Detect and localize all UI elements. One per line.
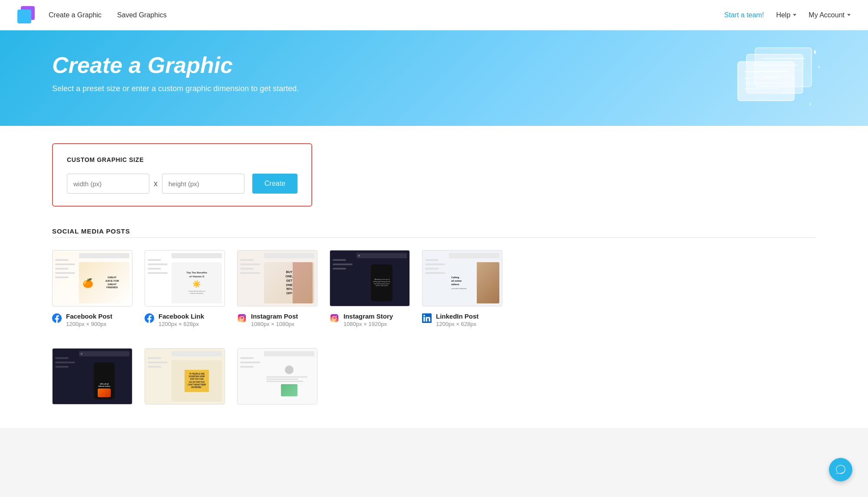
svg-rect-15 (238, 314, 246, 322)
main-content: CUSTOM GRAPHIC SIZE x Create SOCIAL MEDI… (0, 126, 868, 428)
card-name-facebook-link: Facebook Link (158, 313, 204, 320)
svg-rect-10 (738, 62, 794, 101)
x-divider: x (154, 179, 158, 188)
card-pinterest[interactable] (237, 348, 317, 411)
card-snapchat[interactable]: 20% off alltakeout orders (52, 348, 132, 411)
social-media-section-title: SOCIAL MEDIA POSTS (52, 227, 816, 235)
help-chevron-icon (793, 14, 796, 16)
instagram-post-icon (237, 313, 247, 323)
card-text-linkedin-post: LinkedIn Post 1200px × 628px (436, 313, 479, 327)
nav-create-graphic[interactable]: Create a Graphic (49, 11, 102, 19)
bottom-cards: 20% off alltakeout orders (52, 348, 816, 411)
card-thumb-facebook-link: Top Ten Benefitsof Vitamin D ☀️ Lorem ip… (145, 250, 225, 306)
card-thumb-linkedin-post: Callingall onlineeditors consectetur adi… (422, 250, 502, 306)
card-thumb-snapchat: 20% off alltakeout orders (52, 348, 132, 405)
card-instagram-post[interactable]: BUYONE,GETONE50%OFF (237, 250, 317, 327)
height-input[interactable] (162, 174, 244, 194)
card-name-instagram-story: Instagram Story (343, 313, 393, 320)
card-linkedin-post[interactable]: Callingall onlineeditors consectetur adi… (422, 250, 502, 327)
card-text-instagram-story: Instagram Story 1080px × 1920px (343, 313, 393, 327)
instagram-story-icon (330, 313, 339, 323)
card-name-linkedin-post: LinkedIn Post (436, 313, 479, 320)
logo-icon (17, 6, 36, 24)
hero-banner: Create a Graphic Select a preset size or… (0, 30, 868, 126)
card-info-instagram-story: Instagram Story 1080px × 1920px (330, 313, 393, 327)
help-menu[interactable]: Help (776, 11, 796, 19)
linkedin-icon (422, 313, 432, 323)
social-media-cards: 🍊 GREATJUICE FORGREATFRIENDS Fac (52, 250, 816, 331)
card-thumb-pinterest (237, 348, 317, 405)
create-button[interactable]: Create (252, 174, 297, 194)
custom-size-panel: CUSTOM GRAPHIC SIZE x Create (52, 143, 312, 207)
card-text-instagram-post: Instagram Post 1080px × 1080px (251, 313, 298, 327)
card-dims-facebook-link: 1200px × 628px (158, 321, 204, 327)
account-menu[interactable]: My Account (809, 11, 851, 19)
card-twitter[interactable]: "IF PEOPLE AREDOUBTING HOWFAR YOU CANGO … (145, 348, 225, 411)
help-label: Help (776, 11, 790, 19)
navigation: Create a Graphic Saved Graphics Start a … (0, 0, 868, 30)
account-chevron-icon (847, 14, 851, 16)
card-thumb-facebook-post: 🍊 GREATJUICE FORGREATFRIENDS (52, 250, 132, 306)
nav-saved-graphics[interactable]: Saved Graphics (117, 11, 167, 19)
hero-title: Create a Graphic (52, 52, 816, 78)
custom-size-label: CUSTOM GRAPHIC SIZE (67, 156, 297, 163)
card-thumb-instagram-post: BUYONE,GETONE50%OFF (237, 250, 317, 306)
card-thumb-instagram-story: "Marketing is the act of telling ways al… (330, 250, 410, 306)
account-label: My Account (809, 11, 845, 19)
facebook-icon (52, 313, 62, 323)
card-thumb-twitter: "IF PEOPLE AREDOUBTING HOWFAR YOU CANGO … (145, 348, 225, 405)
card-instagram-story[interactable]: "Marketing is the act of telling ways al… (330, 250, 410, 327)
card-dims-linkedin-post: 1200px × 628px (436, 321, 479, 327)
card-info-facebook-post: Facebook Post 1200px × 900px (52, 313, 112, 327)
card-dims-facebook-post: 1200px × 900px (66, 321, 112, 327)
nav-links: Create a Graphic Saved Graphics (49, 11, 724, 19)
card-name-instagram-post: Instagram Post (251, 313, 298, 320)
card-facebook-link[interactable]: Top Ten Benefitsof Vitamin D ☀️ Lorem ip… (145, 250, 225, 327)
hero-subtitle: Select a preset size or enter a custom g… (52, 84, 816, 93)
hero-illustration (729, 43, 825, 113)
logo[interactable] (17, 6, 36, 24)
card-text-facebook-link: Facebook Link 1200px × 628px (158, 313, 204, 327)
section-divider (52, 237, 816, 238)
card-info-instagram-post: Instagram Post 1080px × 1080px (237, 313, 298, 327)
width-input[interactable] (67, 174, 149, 194)
svg-point-20 (336, 316, 337, 316)
start-team-link[interactable]: Start a team! (724, 11, 764, 19)
facebook-link-icon (145, 313, 154, 323)
nav-right: Start a team! Help My Account (724, 11, 851, 19)
card-text-facebook-post: Facebook Post 1200px × 900px (66, 313, 112, 327)
card-info-linkedin-post: LinkedIn Post 1200px × 628px (422, 313, 479, 327)
card-info-facebook-link: Facebook Link 1200px × 628px (145, 313, 204, 327)
card-dims-instagram-post: 1080px × 1080px (251, 321, 298, 327)
custom-size-inputs: x Create (67, 174, 297, 194)
card-facebook-post[interactable]: 🍊 GREATJUICE FORGREATFRIENDS Fac (52, 250, 132, 327)
card-name-facebook-post: Facebook Post (66, 313, 112, 320)
svg-point-17 (244, 316, 244, 316)
card-dims-instagram-story: 1080px × 1920px (343, 321, 393, 327)
social-media-section: SOCIAL MEDIA POSTS (52, 227, 816, 411)
svg-rect-18 (330, 314, 338, 322)
